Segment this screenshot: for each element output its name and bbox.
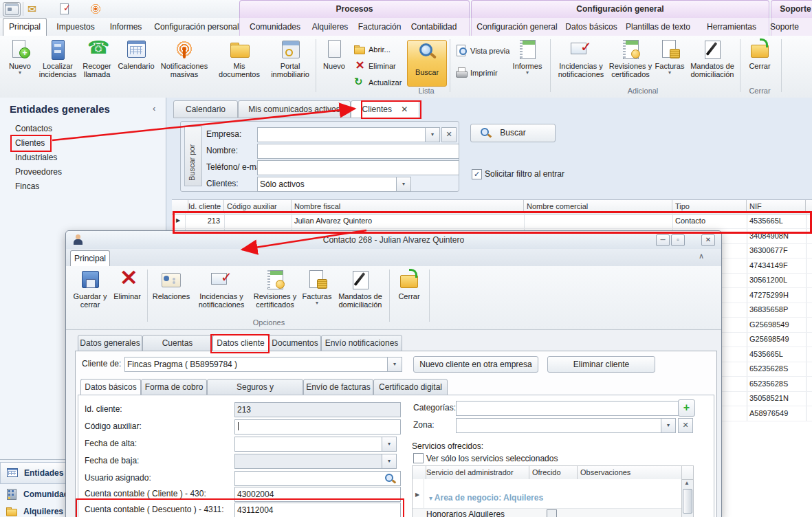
- zona-input[interactable]: [456, 418, 666, 433]
- tab-principal[interactable]: Principal: [3, 18, 47, 36]
- col-nif[interactable]: NIF: [747, 200, 806, 213]
- codigo-auxiliar-input[interactable]: [234, 419, 401, 434]
- tab-informes[interactable]: Informes: [105, 19, 147, 36]
- dialog-tab-principal[interactable]: Principal: [70, 250, 110, 267]
- save-close-button[interactable]: Guardar y cerrar: [72, 269, 109, 324]
- clientes-dropdown-icon[interactable]: ▾: [396, 177, 411, 192]
- cuenta-descuento-input[interactable]: 43112004: [234, 503, 401, 517]
- doc-tab-comunicados[interactable]: Mis comunicados activos: [238, 100, 351, 118]
- empresa-clear-icon[interactable]: ✕: [441, 127, 457, 142]
- buscar-button[interactable]: Buscar: [470, 124, 556, 142]
- dialog-mandates-button[interactable]: Mandatos de domiciliación: [334, 269, 386, 324]
- tab-plantillas-texto[interactable]: Plantillas de texto: [622, 19, 694, 36]
- tab-soporte[interactable]: Soporte: [765, 19, 804, 36]
- close-button[interactable]: Cerrar: [743, 38, 777, 94]
- service-row[interactable]: Honorarios Alquileres: [413, 508, 682, 517]
- sidebar-item-proveedores[interactable]: Proveedores: [15, 167, 62, 179]
- cliente-de-select[interactable]: Fincas Pragma ( B58959784 ): [124, 357, 391, 372]
- locate-incidents-button[interactable]: Localizar incidencias: [39, 38, 77, 94]
- nav-entidades[interactable]: Entidades: [0, 462, 71, 484]
- dialog-incidents-button[interactable]: Incidencias y notificaciones: [194, 269, 249, 324]
- dialog-invoices-button[interactable]: Facturas▾: [301, 269, 333, 324]
- col-id-cliente[interactable]: Id. cliente: [186, 200, 224, 213]
- tab-facturacion[interactable]: Facturación: [355, 19, 404, 36]
- reports-button[interactable]: Informes▾: [509, 38, 546, 94]
- refresh-button[interactable]: Actualizar: [353, 76, 406, 89]
- empresa-input[interactable]: [257, 127, 428, 142]
- sidebar-item-clientes[interactable]: Clientes: [15, 138, 45, 150]
- my-documents-button[interactable]: Mis documentos: [213, 38, 265, 94]
- svc-col-servicio[interactable]: Servicio del administrador: [424, 466, 529, 479]
- open-button[interactable]: Abrir...: [353, 43, 406, 56]
- fecha-alta-input[interactable]: [234, 437, 387, 452]
- revisions-certificates-button[interactable]: Revisiones y certificados: [608, 38, 653, 94]
- tab-datos-basicos[interactable]: Datos básicos: [564, 19, 619, 36]
- delete-button[interactable]: Eliminar: [353, 59, 406, 73]
- nombre-input[interactable]: [257, 144, 459, 159]
- fecha-baja-dropdown-icon[interactable]: ▾: [382, 454, 397, 469]
- real-estate-portal-button[interactable]: Portal inmobiliario: [267, 38, 314, 94]
- search-button[interactable]: Buscar: [407, 40, 447, 87]
- service-offered-checkbox[interactable]: [547, 509, 557, 517]
- tab-comunidades[interactable]: Comunidades: [245, 19, 305, 36]
- dialog-delete-button[interactable]: Eliminar: [110, 269, 144, 324]
- new-button[interactable]: Nuevo▾: [4, 38, 36, 94]
- tab-impuestos[interactable]: Impuestos: [51, 19, 100, 36]
- list-new-button[interactable]: Nuevo: [318, 38, 351, 94]
- filter-checkbox[interactable]: ✓: [472, 169, 482, 179]
- sidebar-item-fincas[interactable]: Fincas: [15, 182, 39, 193]
- collapse-sidebar-icon[interactable]: ‹: [153, 103, 155, 113]
- selected-client-row[interactable]: ▶ 213 Julian Alvarez Quintero Contacto 4…: [172, 213, 812, 229]
- dialog-revisions-button[interactable]: Revisiones y certificados: [250, 269, 300, 324]
- broadcast-icon[interactable]: [89, 3, 102, 15]
- invoices-button[interactable]: Facturas▾: [655, 38, 685, 94]
- col-tipo[interactable]: Tipo: [672, 200, 747, 213]
- mail-icon[interactable]: [28, 3, 40, 16]
- categorias-input[interactable]: [456, 401, 680, 416]
- zona-dropdown-icon[interactable]: ▾: [661, 418, 676, 433]
- pickup-call-button[interactable]: Recoger llamada: [78, 38, 116, 94]
- doc-tab-clientes[interactable]: Clientes ✕: [351, 100, 419, 118]
- dlg-tab-datos-generales[interactable]: Datos generales: [78, 335, 142, 352]
- dialog-titlebar[interactable]: Contacto 268 - Julian Alvarez Quintero ─…: [66, 231, 721, 250]
- app-menu-button[interactable]: [3, 2, 21, 16]
- cliente-de-dropdown-icon[interactable]: ▾: [387, 357, 402, 372]
- svc-col-ofrecido[interactable]: Ofrecido: [529, 466, 578, 479]
- dlg-tab-envio-notificaciones[interactable]: Envío notificaciones: [321, 335, 402, 352]
- calendar-button[interactable]: Calendario: [117, 38, 155, 94]
- col-nombre-fiscal[interactable]: Nombre fiscal: [292, 200, 524, 213]
- ver-solo-checkbox[interactable]: [413, 453, 424, 463]
- dialog-close-ribbon-button[interactable]: Cerrar: [392, 269, 426, 324]
- nav-alquileres[interactable]: Alquileres: [0, 506, 69, 517]
- relations-button[interactable]: Relaciones: [150, 269, 193, 324]
- col-nombre-comercial[interactable]: Nombre comercial: [524, 200, 672, 213]
- subtab-certificado[interactable]: Certificado digital: [373, 379, 448, 396]
- svc-col-observaciones[interactable]: Observaciones: [578, 466, 682, 479]
- tab-configuracion-general[interactable]: Configuración general: [474, 19, 560, 36]
- service-group-row[interactable]: ▾ Area de negocio: Alquileres: [429, 493, 543, 503]
- cuenta-cliente-input[interactable]: 43002004: [234, 487, 401, 502]
- mass-notifications-button[interactable]: Notificaciones masivas: [157, 38, 212, 94]
- dlg-tab-documentos[interactable]: Documentos: [269, 335, 321, 352]
- fecha-alta-dropdown-icon[interactable]: ▾: [382, 437, 397, 452]
- mandates-button[interactable]: Mandatos de domiciliación: [686, 38, 738, 94]
- services-scrollbar[interactable]: ▲: [681, 479, 694, 517]
- subtab-envio-facturas[interactable]: Envío de facturas: [303, 379, 373, 396]
- lookup-icon[interactable]: [384, 472, 396, 485]
- subtab-datos-basicos[interactable]: Datos básicos: [80, 379, 141, 396]
- nav-comunidades[interactable]: Comunidades: [0, 484, 69, 505]
- tab-alquileres[interactable]: Alquileres: [308, 19, 352, 36]
- subtab-forma-cobro[interactable]: Forma de cobro: [141, 379, 207, 396]
- tasks-icon[interactable]: [58, 3, 71, 15]
- restore-button[interactable]: ▫: [671, 234, 685, 246]
- delete-client-button[interactable]: Eliminar cliente: [547, 356, 655, 373]
- dialog-close-button[interactable]: ✕: [701, 234, 715, 246]
- tab-herramientas[interactable]: Herramientas: [704, 19, 759, 36]
- close-tab-icon[interactable]: ✕: [401, 104, 408, 114]
- add-category-button[interactable]: +: [678, 399, 695, 417]
- fecha-baja-input[interactable]: [234, 454, 387, 469]
- col-codigo-auxiliar[interactable]: Código auxiliar: [224, 200, 292, 213]
- subtab-seguros[interactable]: Seguros y mantenimientos: [207, 379, 303, 396]
- zona-clear-icon[interactable]: ✕: [678, 418, 693, 433]
- tab-configuracion-personal[interactable]: Configuración personal: [151, 19, 242, 36]
